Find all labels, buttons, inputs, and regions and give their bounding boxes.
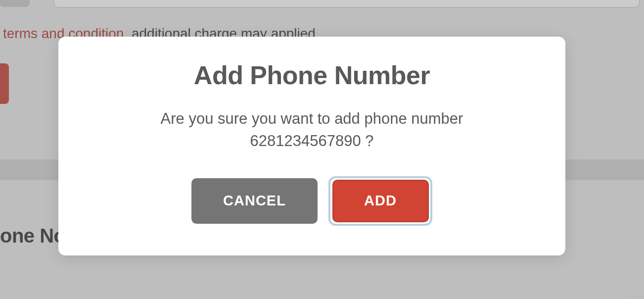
modal-title: Add Phone Number — [194, 60, 430, 90]
add-button-focus-ring: ADD — [328, 176, 432, 226]
add-button[interactable]: ADD — [332, 180, 429, 222]
modal-message: Are you sure you want to add phone numbe… — [161, 108, 463, 152]
cancel-button[interactable]: CANCEL — [191, 178, 318, 224]
add-phone-modal: Add Phone Number Are you sure you want t… — [58, 37, 565, 255]
modal-button-row: CANCEL ADD — [191, 176, 432, 226]
modal-message-line1: Are you sure you want to add phone numbe… — [161, 110, 463, 127]
modal-message-line2: 6281234567890 ? — [250, 132, 374, 150]
